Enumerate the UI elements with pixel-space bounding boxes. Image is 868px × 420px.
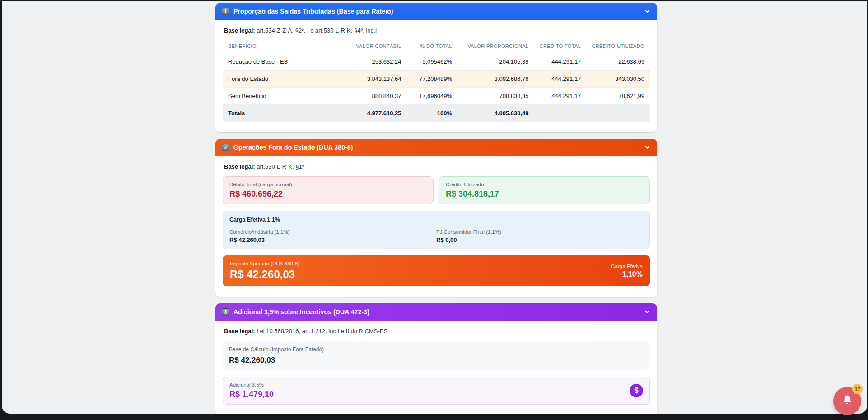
cell-credito-utilizado: 343.030,50	[586, 71, 650, 88]
carga-efetiva-pct: 1,10%	[611, 270, 643, 278]
beneficios-table: BENEFÍCIO VALOR CONTÁBIL % DO TOTAL VALO…	[223, 39, 650, 122]
dollar-glyph: $	[634, 386, 638, 395]
keycap-2-icon: 2	[222, 144, 229, 151]
base-legal-line: Base legal: Lei 10.568/2016, art.1.212, …	[223, 328, 650, 335]
table-totals-row: Totais 4.977.610,25 100% 4.005.630,49	[223, 105, 650, 122]
notifications-badge: 17	[852, 384, 863, 394]
section-proporcao-saidas: 1 Proporção das Saídas Tributadas (Base …	[215, 3, 657, 132]
cell-valor-contabil: 880.840,37	[339, 88, 407, 105]
debito-total-value: R$ 460.696,22	[229, 189, 427, 199]
cell-totais-credito-utilizado	[586, 105, 650, 122]
cell-credito-utilizado: 78.621,99	[586, 88, 650, 105]
carga-efetiva-label: Carga Efetiva	[611, 264, 643, 269]
base-legal-line: Base legal: art.534-Z-Z-A, §2º, I e art.…	[223, 27, 650, 34]
table-row: Sem Benefício 880.840,37 17,696049% 708.…	[223, 88, 650, 105]
section-body: Base legal: art.534-Z-Z-A, §2º, I e art.…	[215, 20, 657, 132]
cell-totais-valor-contabil: 4.977.610,25	[339, 105, 407, 122]
base-calculo-card: Base de Cálculo (Imposto Fora Estado) R$…	[223, 341, 650, 370]
notifications-button[interactable]: 17	[833, 387, 861, 415]
debito-total-label: Débito Total (carga normal)	[229, 182, 427, 187]
carga-col-comercio: Comércio/Indústria (1,1%) R$ 42.260,03	[229, 229, 436, 243]
imposto-apurado-value: R$ 42.260,03	[230, 268, 299, 281]
col-beneficio: BENEFÍCIO	[223, 39, 339, 53]
section-title: Adicional 3,5% sobre Incentivos (DUA 472…	[233, 308, 369, 316]
col-pct-total: % DO TOTAL	[407, 39, 457, 53]
base-legal-text: Lei 10.568/2016, art.1.212, inc.I e II d…	[257, 328, 387, 335]
carga-efetiva-title: Carga Efetiva 1,1%	[229, 217, 643, 223]
cell-totais-pct: 100%	[407, 105, 457, 122]
cell-beneficio: Sem Benefício	[223, 88, 339, 105]
table-row-highlighted: Fora do Estado 3.843.137,64 77,208489% 3…	[223, 71, 650, 88]
bell-icon	[841, 394, 854, 408]
section-title-wrap: 2 Operações Fora do Estado (DUA 380-8)	[222, 144, 353, 151]
cell-credito-utilizado: 22.638,69	[586, 53, 650, 71]
chevron-down-icon[interactable]	[644, 8, 651, 15]
carga-efetiva-right: Carga Efetiva 1,10%	[611, 264, 643, 278]
adicional-card: Adicional 3.5% R$ 1.479,10 $	[223, 377, 650, 405]
cell-beneficio: Redução de Base - ES	[223, 53, 339, 71]
pj-consumidor-label: PJ Consumidor Final (1,1%)	[436, 229, 643, 235]
cell-totais-label: Totais	[223, 105, 339, 122]
keycap-3-icon: 3	[222, 308, 229, 316]
section-adicional-incentivos: 3 Adicional 3,5% sobre Incentivos (DUA 4…	[215, 303, 657, 414]
table-header-row: BENEFÍCIO VALOR CONTÁBIL % DO TOTAL VALO…	[223, 39, 650, 53]
cell-totais-valor-proporcional: 4.005.630,49	[457, 105, 534, 122]
section-body: Base legal: Lei 10.568/2016, art.1.212, …	[215, 321, 657, 414]
base-legal-text: art.534-Z-Z-A, §2º, I e art.530-L-R-K, §…	[257, 27, 377, 34]
cell-credito-total: 444.291,17	[534, 71, 587, 88]
debito-total-card: Débito Total (carga normal) R$ 460.696,2…	[223, 176, 434, 204]
base-legal-label: Base legal:	[224, 163, 255, 170]
cell-valor-contabil: 3.843.137,64	[339, 71, 407, 88]
imposto-apurado-left: Imposto Apurado (DUA 380-8) R$ 42.260,03	[230, 261, 299, 281]
base-legal-label: Base legal:	[224, 328, 255, 335]
carga-efetiva-card: Carga Efetiva 1,1% Comércio/Indústria (1…	[223, 211, 650, 249]
imposto-apurado-label: Imposto Apurado (DUA 380-8)	[230, 261, 299, 266]
section-title: Proporção das Saídas Tributadas (Base pa…	[233, 8, 393, 15]
debit-credit-row: Débito Total (carga normal) R$ 460.696,2…	[223, 176, 650, 204]
cell-credito-total: 444.291,17	[534, 53, 587, 71]
comercio-value: R$ 42.260,03	[229, 236, 436, 243]
col-credito-utilizado: CRÉDITO UTILIZADO	[586, 39, 650, 53]
cell-totais-credito-total	[534, 105, 587, 122]
cell-pct: 77,208489%	[407, 71, 457, 88]
base-calculo-value: R$ 42.260,03	[229, 356, 644, 365]
cell-credito-total: 444.291,17	[534, 88, 587, 105]
section-header-proporcao[interactable]: 1 Proporção das Saídas Tributadas (Base …	[215, 3, 657, 20]
comercio-label: Comércio/Indústria (1,1%)	[229, 229, 436, 235]
cell-valor-proporcional: 204.105,38	[457, 53, 534, 71]
table-row: Redução de Base - ES 253.632,24 5,095462…	[223, 53, 650, 71]
app-content-area: 1 Proporção das Saídas Tributadas (Base …	[2, 1, 867, 414]
cell-valor-proporcional: 708.838,35	[457, 88, 534, 105]
base-legal-line: Base legal: art.530-L-R-K, §1º	[223, 163, 650, 170]
cell-pct: 17,696049%	[407, 88, 457, 105]
section-title-wrap: 1 Proporção das Saídas Tributadas (Base …	[222, 8, 393, 15]
carga-efetiva-grid: Comércio/Indústria (1,1%) R$ 42.260,03 P…	[229, 229, 643, 243]
chevron-down-icon[interactable]	[644, 144, 651, 151]
credito-utilizado-value: R$ 304.818,17	[446, 189, 643, 199]
section-header-operacoes[interactable]: 2 Operações Fora do Estado (DUA 380-8)	[215, 139, 657, 156]
cell-pct: 5,095462%	[407, 53, 457, 71]
carga-col-pj: PJ Consumidor Final (1,1%) R$ 0,00	[436, 229, 643, 243]
section-body: Base legal: art.530-L-R-K, §1º Débito To…	[215, 156, 657, 297]
chevron-down-icon[interactable]	[644, 308, 651, 316]
section-header-adicional[interactable]: 3 Adicional 3,5% sobre Incentivos (DUA 4…	[215, 303, 657, 321]
adicional-left: Adicional 3.5% R$ 1.479,10	[229, 382, 274, 399]
pj-consumidor-value: R$ 0,00	[436, 236, 643, 243]
main-column: 1 Proporção das Saídas Tributadas (Base …	[215, 3, 657, 414]
adicional-label: Adicional 3.5%	[229, 382, 274, 387]
keycap-1-icon: 1	[222, 8, 229, 15]
credito-utilizado-card: Crédito Utilizado R$ 304.818,17	[439, 176, 650, 204]
adicional-value: R$ 1.479,10	[229, 390, 274, 399]
col-credito-total: CRÉDITO TOTAL	[534, 39, 587, 53]
cell-valor-proporcional: 3.092.686,76	[457, 71, 534, 88]
base-legal-text: art.530-L-R-K, §1º	[257, 163, 304, 170]
cell-valor-contabil: 253.632,24	[339, 53, 407, 71]
credito-utilizado-label: Crédito Utilizado	[446, 182, 643, 187]
base-calculo-label: Base de Cálculo (Imposto Fora Estado)	[229, 346, 644, 353]
section-operacoes-fora-estado: 2 Operações Fora do Estado (DUA 380-8) B…	[215, 139, 657, 297]
imposto-apurado-banner: Imposto Apurado (DUA 380-8) R$ 42.260,03…	[223, 255, 650, 286]
section-title: Operações Fora do Estado (DUA 380-8)	[233, 144, 353, 151]
cell-beneficio: Fora do Estado	[223, 71, 339, 88]
col-valor-proporcional: VALOR PROPORCIONAL	[457, 39, 534, 53]
section-title-wrap: 3 Adicional 3,5% sobre Incentivos (DUA 4…	[222, 308, 369, 316]
